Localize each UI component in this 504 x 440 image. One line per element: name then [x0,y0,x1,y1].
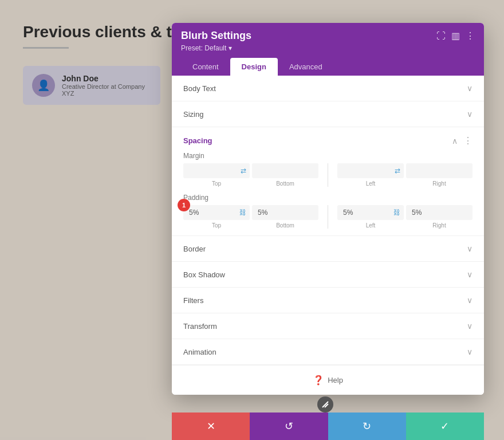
fullscreen-icon[interactable]: ⛶ [436,31,446,41]
padding-lr-labels: Left Right [337,222,472,229]
filters-row[interactable]: Filters ∨ [172,288,484,313]
panel-header-icons: ⛶ ▥ ⋮ [436,30,475,41]
save-icon: ✓ [440,420,449,433]
animation-chevron: ∨ [467,347,472,356]
padding-divider [328,205,328,229]
margin-group: Margin ⇄ [172,152,484,194]
panel-tabs: Content Design Advanced [181,58,475,76]
sizing-chevron: ∨ [467,109,472,119]
action-bar: ✕ ↺ ↻ ✓ [172,412,484,440]
spacing-header[interactable]: Spacing ∧ ⋮ [172,127,484,152]
help-label: Help [328,376,343,384]
margin-lr-labels: Left Right [337,180,472,187]
animation-label: Animation [183,348,216,356]
padding-left-group: ⛓ Top Bottom [183,205,318,229]
border-chevron: ∨ [467,244,472,253]
padding-left-wrap: ⛓ [337,205,404,220]
tab-advanced[interactable]: Advanced [278,58,334,76]
padding-right-input[interactable] [406,205,472,220]
margin-tb-labels: Top Bottom [183,180,318,187]
margin-lr-inputs: ⇄ [337,163,472,178]
margin-bottom-input[interactable] [252,163,318,178]
tab-design[interactable]: Design [230,58,278,76]
padding-right-group: ⛓ Left Right [337,205,472,229]
more-icon[interactable]: ⋮ [466,30,475,41]
padding-tb-link-icon: ⛓ [239,209,246,217]
padding-tb-labels: Top Bottom [183,222,318,229]
padding-field-row: ⛓ Top Bottom [183,205,472,229]
padding-right-lbl: Right [406,222,472,229]
margin-top-lbl: Top [183,180,250,187]
tab-content[interactable]: Content [181,58,230,76]
box-shadow-chevron: ∨ [467,270,472,279]
animation-row[interactable]: Animation ∨ [172,339,484,365]
sizing-row[interactable]: Sizing ∨ [172,101,484,127]
padding-top-wrap: ⛓ [183,205,250,220]
padding-badge: 1 [178,199,190,211]
redo-button[interactable]: ↻ [328,412,406,440]
padding-label: Padding [183,194,472,202]
margin-left-lbl: Left [337,180,404,187]
spacing-section: Spacing ∧ ⋮ Margin ⇄ [172,127,484,236]
panel-title: Blurb Settings [181,30,251,42]
panel-footer[interactable]: ❓ Help [172,365,484,395]
cancel-button[interactable]: ✕ [172,412,250,440]
padding-top-lbl: Top [183,222,250,229]
spacing-more-icon[interactable]: ⋮ [463,135,472,146]
margin-tb-inputs: ⇄ [183,163,318,178]
margin-top-wrap: ⇄ [183,163,250,178]
margin-right-group: ⇄ Left Right [337,163,472,187]
padding-lr-inputs: ⛓ [337,205,472,220]
margin-bottom-wrap [252,163,318,178]
panel-header: Blurb Settings ⛶ ▥ ⋮ Preset: Default ▾ C… [172,23,484,76]
resize-icon [321,400,329,408]
margin-right-lbl: Right [406,180,472,187]
filters-chevron: ∨ [467,296,472,305]
border-row[interactable]: Border ∨ [172,236,484,262]
save-button[interactable]: ✓ [406,412,484,440]
margin-bottom-lbl: Bottom [252,180,318,187]
margin-label: Margin [183,152,472,160]
help-icon: ❓ [313,375,324,386]
padding-left-lbl: Left [337,222,404,229]
margin-right-wrap [406,163,472,178]
margin-left-wrap: ⇄ [337,163,404,178]
panel-body: Body Text ∨ Sizing ∨ Spacing ∧ ⋮ Margin [172,76,484,395]
sizing-label: Sizing [183,110,203,119]
transform-label: Transform [183,322,217,331]
spacing-title: Spacing [183,136,212,145]
cancel-icon: ✕ [207,420,215,433]
margin-tb-link-icon: ⇄ [241,167,246,175]
padding-bottom-lbl: Bottom [252,222,318,229]
border-label: Border [183,245,206,253]
margin-divider [328,163,328,187]
filters-label: Filters [183,296,203,305]
redo-icon: ↻ [363,420,371,433]
margin-lr-link-icon: ⇄ [395,167,400,175]
spacing-chevron-up[interactable]: ∧ [452,136,458,146]
transform-row[interactable]: Transform ∨ [172,313,484,339]
margin-left-group: ⇄ Top Bottom [183,163,318,187]
body-text-label: Body Text [183,84,216,93]
margin-field-row: ⇄ Top Bottom [183,163,472,187]
columns-icon[interactable]: ▥ [451,30,460,41]
box-shadow-label: Box Shadow [183,270,225,279]
margin-left-input[interactable] [337,163,404,178]
undo-icon: ↺ [285,420,293,433]
padding-bottom-input[interactable] [252,205,318,220]
settings-panel: Blurb Settings ⛶ ▥ ⋮ Preset: Default ▾ C… [172,23,484,395]
panel-header-top: Blurb Settings ⛶ ▥ ⋮ [181,30,475,42]
margin-top-input[interactable] [183,163,250,178]
panel-preset[interactable]: Preset: Default ▾ [181,44,475,52]
margin-right-input[interactable] [406,163,472,178]
resize-handle[interactable] [317,396,333,412]
padding-group: Padding 1 ⛓ [172,194,484,235]
padding-bottom-wrap [252,205,318,220]
body-text-row[interactable]: Body Text ∨ [172,76,484,101]
padding-right-wrap [406,205,472,220]
padding-tb-inputs: ⛓ [183,205,318,220]
undo-button[interactable]: ↺ [250,412,328,440]
transform-chevron: ∨ [467,321,472,331]
padding-lr-link-icon: ⛓ [393,209,400,217]
box-shadow-row[interactable]: Box Shadow ∨ [172,262,484,288]
